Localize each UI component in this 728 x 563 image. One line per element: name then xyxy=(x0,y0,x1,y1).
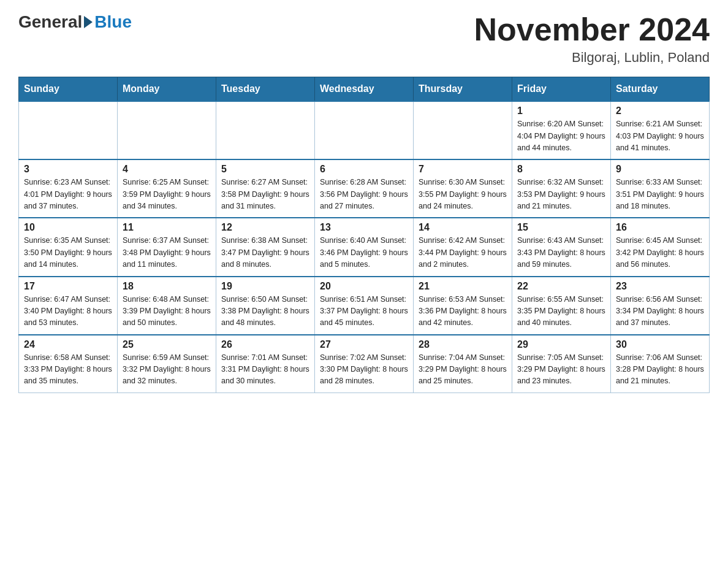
weekday-header-row: SundayMondayTuesdayWednesdayThursdayFrid… xyxy=(19,77,710,102)
calendar-cell: 28Sunrise: 7:04 AM Sunset: 3:29 PM Dayli… xyxy=(414,335,512,393)
day-number: 8 xyxy=(517,164,605,175)
calendar-cell: 6Sunrise: 6:28 AM Sunset: 3:56 PM Daylig… xyxy=(315,159,414,218)
week-row-3: 10Sunrise: 6:35 AM Sunset: 3:50 PM Dayli… xyxy=(19,218,710,276)
day-number: 2 xyxy=(616,105,704,117)
week-row-4: 17Sunrise: 6:47 AM Sunset: 3:40 PM Dayli… xyxy=(19,277,710,335)
day-number: 10 xyxy=(24,222,112,233)
weekday-header-sunday: Sunday xyxy=(19,77,118,102)
calendar-cell: 13Sunrise: 6:40 AM Sunset: 3:46 PM Dayli… xyxy=(315,218,414,276)
calendar-cell xyxy=(315,101,414,159)
calendar-cell: 29Sunrise: 7:05 AM Sunset: 3:29 PM Dayli… xyxy=(512,335,611,393)
day-number: 26 xyxy=(221,339,309,350)
day-info: Sunrise: 6:42 AM Sunset: 3:44 PM Dayligh… xyxy=(419,235,507,270)
day-info: Sunrise: 7:01 AM Sunset: 3:31 PM Dayligh… xyxy=(221,352,309,388)
calendar-cell: 2Sunrise: 6:21 AM Sunset: 4:03 PM Daylig… xyxy=(611,101,710,159)
day-number: 16 xyxy=(616,222,704,233)
day-info: Sunrise: 6:55 AM Sunset: 3:35 PM Dayligh… xyxy=(517,294,605,329)
day-info: Sunrise: 6:59 AM Sunset: 3:32 PM Dayligh… xyxy=(123,352,211,388)
day-number: 13 xyxy=(320,222,408,233)
calendar-cell: 14Sunrise: 6:42 AM Sunset: 3:44 PM Dayli… xyxy=(414,218,512,276)
calendar-cell: 26Sunrise: 7:01 AM Sunset: 3:31 PM Dayli… xyxy=(216,335,315,393)
calendar-cell xyxy=(216,101,315,159)
calendar-cell: 10Sunrise: 6:35 AM Sunset: 3:50 PM Dayli… xyxy=(19,218,118,276)
weekday-header-tuesday: Tuesday xyxy=(216,77,315,102)
day-info: Sunrise: 6:20 AM Sunset: 4:04 PM Dayligh… xyxy=(517,118,605,154)
calendar-cell: 16Sunrise: 6:45 AM Sunset: 3:42 PM Dayli… xyxy=(611,218,710,276)
calendar-cell: 27Sunrise: 7:02 AM Sunset: 3:30 PM Dayli… xyxy=(315,335,414,393)
day-number: 15 xyxy=(517,222,605,233)
day-number: 4 xyxy=(123,164,211,175)
day-info: Sunrise: 6:30 AM Sunset: 3:55 PM Dayligh… xyxy=(419,177,507,212)
day-info: Sunrise: 6:50 AM Sunset: 3:38 PM Dayligh… xyxy=(221,294,309,329)
calendar-cell: 4Sunrise: 6:25 AM Sunset: 3:59 PM Daylig… xyxy=(118,159,216,218)
calendar-cell xyxy=(19,101,118,159)
day-info: Sunrise: 6:27 AM Sunset: 3:58 PM Dayligh… xyxy=(221,177,309,212)
calendar-cell: 30Sunrise: 7:06 AM Sunset: 3:28 PM Dayli… xyxy=(611,335,710,393)
logo-blue: Blue xyxy=(94,12,132,32)
day-info: Sunrise: 6:37 AM Sunset: 3:48 PM Dayligh… xyxy=(123,235,211,270)
day-info: Sunrise: 6:43 AM Sunset: 3:43 PM Dayligh… xyxy=(517,235,605,270)
calendar-cell: 21Sunrise: 6:53 AM Sunset: 3:36 PM Dayli… xyxy=(414,277,512,335)
day-number: 20 xyxy=(320,281,408,292)
weekday-header-friday: Friday xyxy=(512,77,611,102)
day-number: 14 xyxy=(419,222,507,233)
day-number: 21 xyxy=(419,281,507,292)
week-row-5: 24Sunrise: 6:58 AM Sunset: 3:33 PM Dayli… xyxy=(19,335,710,393)
title-area: November 2024 Bilgoraj, Lublin, Poland xyxy=(474,12,710,66)
calendar-cell: 12Sunrise: 6:38 AM Sunset: 3:47 PM Dayli… xyxy=(216,218,315,276)
calendar-cell: 19Sunrise: 6:50 AM Sunset: 3:38 PM Dayli… xyxy=(216,277,315,335)
day-info: Sunrise: 6:56 AM Sunset: 3:34 PM Dayligh… xyxy=(616,294,704,329)
calendar-cell: 17Sunrise: 6:47 AM Sunset: 3:40 PM Dayli… xyxy=(19,277,118,335)
day-number: 27 xyxy=(320,339,408,350)
calendar-cell: 15Sunrise: 6:43 AM Sunset: 3:43 PM Dayli… xyxy=(512,218,611,276)
day-number: 3 xyxy=(24,164,112,175)
day-number: 11 xyxy=(123,222,211,233)
logo-general: General xyxy=(18,12,82,32)
calendar-cell xyxy=(118,101,216,159)
weekday-header-thursday: Thursday xyxy=(414,77,512,102)
logo-arrow-icon xyxy=(84,16,93,28)
day-info: Sunrise: 6:53 AM Sunset: 3:36 PM Dayligh… xyxy=(419,294,507,329)
calendar-table: SundayMondayTuesdayWednesdayThursdayFrid… xyxy=(18,77,710,393)
day-info: Sunrise: 6:32 AM Sunset: 3:53 PM Dayligh… xyxy=(517,177,605,212)
day-info: Sunrise: 6:33 AM Sunset: 3:51 PM Dayligh… xyxy=(616,177,704,212)
calendar-cell: 24Sunrise: 6:58 AM Sunset: 3:33 PM Dayli… xyxy=(19,335,118,393)
day-info: Sunrise: 6:38 AM Sunset: 3:47 PM Dayligh… xyxy=(221,235,309,270)
month-title: November 2024 xyxy=(474,12,710,47)
calendar-cell: 11Sunrise: 6:37 AM Sunset: 3:48 PM Dayli… xyxy=(118,218,216,276)
calendar-cell: 22Sunrise: 6:55 AM Sunset: 3:35 PM Dayli… xyxy=(512,277,611,335)
day-info: Sunrise: 7:06 AM Sunset: 3:28 PM Dayligh… xyxy=(616,352,704,388)
calendar-cell: 3Sunrise: 6:23 AM Sunset: 4:01 PM Daylig… xyxy=(19,159,118,218)
day-number: 19 xyxy=(221,281,309,292)
day-number: 28 xyxy=(419,339,507,350)
calendar-cell: 5Sunrise: 6:27 AM Sunset: 3:58 PM Daylig… xyxy=(216,159,315,218)
day-number: 7 xyxy=(419,164,507,175)
calendar-cell: 8Sunrise: 6:32 AM Sunset: 3:53 PM Daylig… xyxy=(512,159,611,218)
week-row-2: 3Sunrise: 6:23 AM Sunset: 4:01 PM Daylig… xyxy=(19,159,710,218)
weekday-header-monday: Monday xyxy=(118,77,216,102)
day-number: 23 xyxy=(616,281,704,292)
day-info: Sunrise: 6:48 AM Sunset: 3:39 PM Dayligh… xyxy=(123,294,211,329)
calendar-cell xyxy=(414,101,512,159)
day-number: 25 xyxy=(123,339,211,350)
page-header: General Blue November 2024 Bilgoraj, Lub… xyxy=(18,12,710,66)
calendar-cell: 23Sunrise: 6:56 AM Sunset: 3:34 PM Dayli… xyxy=(611,277,710,335)
day-number: 12 xyxy=(221,222,309,233)
day-info: Sunrise: 6:23 AM Sunset: 4:01 PM Dayligh… xyxy=(24,177,112,212)
day-number: 1 xyxy=(517,105,605,117)
day-info: Sunrise: 7:02 AM Sunset: 3:30 PM Dayligh… xyxy=(320,352,408,388)
day-info: Sunrise: 6:58 AM Sunset: 3:33 PM Dayligh… xyxy=(24,352,112,388)
calendar-cell: 9Sunrise: 6:33 AM Sunset: 3:51 PM Daylig… xyxy=(611,159,710,218)
calendar-cell: 18Sunrise: 6:48 AM Sunset: 3:39 PM Dayli… xyxy=(118,277,216,335)
day-info: Sunrise: 6:47 AM Sunset: 3:40 PM Dayligh… xyxy=(24,294,112,329)
day-info: Sunrise: 6:21 AM Sunset: 4:03 PM Dayligh… xyxy=(616,118,704,154)
day-info: Sunrise: 6:25 AM Sunset: 3:59 PM Dayligh… xyxy=(123,177,211,212)
day-info: Sunrise: 6:28 AM Sunset: 3:56 PM Dayligh… xyxy=(320,177,408,212)
day-info: Sunrise: 7:04 AM Sunset: 3:29 PM Dayligh… xyxy=(419,352,507,388)
calendar-cell: 7Sunrise: 6:30 AM Sunset: 3:55 PM Daylig… xyxy=(414,159,512,218)
day-number: 17 xyxy=(24,281,112,292)
location-title: Bilgoraj, Lublin, Poland xyxy=(474,50,710,66)
weekday-header-saturday: Saturday xyxy=(611,77,710,102)
day-info: Sunrise: 7:05 AM Sunset: 3:29 PM Dayligh… xyxy=(517,352,605,388)
calendar-cell: 25Sunrise: 6:59 AM Sunset: 3:32 PM Dayli… xyxy=(118,335,216,393)
